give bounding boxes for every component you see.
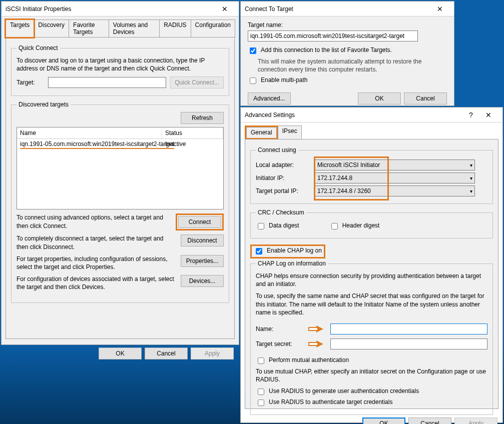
target-portal-select[interactable]: 172.17.244.8 / 3260▾ (315, 186, 475, 196)
chap-desc2: To use, specify the same name and CHAP s… (256, 292, 487, 316)
tabstrip: General IPsec (245, 126, 498, 140)
ok-button[interactable]: OK (358, 92, 401, 104)
chap-legend: CHAP Log on information (256, 260, 328, 267)
enable-chap-row: Enable CHAP log on (250, 244, 325, 258)
arrow-icon (316, 326, 323, 332)
discovered-targets-list[interactable]: Name Status iqn.1991-05.com.microsoft:wi… (17, 127, 224, 210)
close-icon[interactable]: ✕ (430, 3, 450, 15)
chap-group: CHAP Log on information CHAP helps ensur… (250, 260, 493, 415)
header-digest-label: Header digest (342, 222, 380, 229)
chap-name-input[interactable] (330, 324, 487, 334)
connect-using-legend: Connect using (256, 146, 298, 154)
ok-button[interactable]: OK (99, 348, 142, 360)
devices-button[interactable]: Devices... (181, 275, 224, 287)
mutual-desc: To use mutual CHAP, either specify an in… (256, 368, 487, 384)
cancel-button[interactable]: Cancel (404, 92, 447, 104)
quick-connect-group: Quick Connect To discover and log on to … (11, 44, 229, 96)
ok-button[interactable]: OK (362, 418, 405, 424)
local-adapter-select[interactable]: Microsoft iSCSI Initiator▾ (315, 160, 475, 170)
initiator-ip-select[interactable]: 172.17.244.8▾ (315, 172, 475, 184)
cancel-button[interactable]: Cancel (408, 418, 451, 424)
multipath-label: Enable multi-path (261, 76, 307, 84)
devices-desc: For configuration of devices associated … (17, 275, 181, 291)
row-status: Inactive (162, 139, 223, 149)
data-digest-label: Data digest (269, 222, 299, 229)
crc-legend: CRC / Checksum (256, 209, 306, 216)
chap-name-label: Name: (256, 326, 303, 332)
tab-radius[interactable]: RADIUS (159, 20, 191, 38)
advanced-button[interactable]: Advanced... (248, 92, 291, 104)
properties-desc: For target properties, including configu… (17, 255, 181, 271)
radius-generate-checkbox[interactable] (258, 388, 264, 395)
mutual-auth-checkbox[interactable] (258, 358, 264, 364)
target-portal-label: Target portal IP: (256, 188, 311, 194)
tab-favorite-targets[interactable]: Favorite Targets (69, 20, 109, 38)
properties-button[interactable]: Properties... (181, 255, 224, 267)
favorite-label: Add this connection to the list of Favor… (261, 46, 392, 54)
tab-content: Quick Connect To discover and log on to … (6, 37, 235, 339)
crc-group: CRC / Checksum Data digest Header digest (250, 209, 493, 238)
data-digest-row: Data digest (256, 222, 299, 231)
favorite-checkbox[interactable] (250, 48, 256, 54)
tab-configuration[interactable]: Configuration (191, 20, 235, 38)
enable-chap-label: Enable CHAP log on (267, 247, 322, 254)
connect-button[interactable]: Connect (178, 216, 221, 228)
cancel-button[interactable]: Cancel (145, 348, 188, 360)
quick-connect-desc: To discover and log on to a target using… (17, 56, 224, 72)
connect-to-target-dialog: Connect To Target ✕ Target name: Add thi… (240, 1, 454, 106)
radius-auth-checkbox[interactable] (258, 400, 264, 406)
chap-secret-input[interactable] (330, 338, 487, 350)
mutual-auth-label: Perform mutual authentication (269, 356, 349, 364)
target-input[interactable] (48, 77, 166, 88)
chevron-down-icon: ▾ (470, 176, 472, 181)
connect-using-group: Connect using Local adapter: Microsoft i… (250, 146, 493, 204)
radius-auth-label: Use RADIUS to authenticate target creden… (269, 398, 392, 406)
dialog-title: Advanced Settings (245, 112, 463, 118)
list-item[interactable]: iqn.1991-05.com.microsoft:win2019test-is… (17, 139, 223, 149)
header-digest-checkbox[interactable] (331, 223, 338, 230)
header-digest-row: Header digest (329, 222, 380, 231)
enable-chap-checkbox[interactable] (256, 248, 262, 254)
chevron-down-icon: ▾ (470, 162, 472, 168)
help-icon[interactable]: ? (463, 111, 478, 119)
data-digest-checkbox[interactable] (258, 223, 264, 230)
target-name-input[interactable] (248, 30, 418, 42)
advanced-settings-dialog: Advanced Settings ? ✕ General IPsec Conn… (240, 107, 503, 423)
target-label: Target: (17, 79, 44, 86)
list-header: Name Status (17, 128, 223, 139)
dialog-footer: OK Cancel Apply (2, 344, 239, 364)
discovered-legend: Discovered targets (17, 101, 71, 108)
tabstrip: Targets Discovery Favorite Targets Volum… (6, 20, 235, 38)
tab-targets[interactable]: Targets (6, 20, 34, 38)
favorite-desc: This will make the system automatically … (258, 58, 447, 74)
dialog-title: Connect To Target (245, 6, 430, 12)
chap-secret-label: Target secret: (256, 340, 303, 348)
tab-general[interactable]: General (246, 127, 277, 138)
dialog-title: iSCSI Initiator Properties (6, 6, 215, 12)
iscsi-initiator-properties-dialog: iSCSI Initiator Properties ✕ Targets Dis… (1, 1, 239, 345)
target-name-label: Target name: (248, 22, 447, 28)
quick-connect-button[interactable]: Quick Connect... (170, 76, 224, 88)
discovered-targets-group: Discovered targets Refresh Name Status i… (11, 101, 229, 302)
tab-content: Connect using Local adapter: Microsoft i… (245, 139, 498, 409)
tab-ipsec[interactable]: IPsec (278, 126, 302, 140)
multipath-checkbox[interactable] (250, 78, 256, 84)
chap-desc1: CHAP helps ensure connection security by… (256, 272, 487, 288)
refresh-button[interactable]: Refresh (181, 112, 224, 124)
titlebar: iSCSI Initiator Properties ✕ (2, 2, 239, 16)
row-name: iqn.1991-05.com.microsoft:win2019test-is… (17, 139, 162, 149)
titlebar: Advanced Settings ? ✕ (241, 108, 502, 122)
close-icon[interactable]: ✕ (215, 3, 235, 15)
apply-button[interactable]: Apply (454, 418, 497, 424)
disconnect-desc: To completely disconnect a target, selec… (17, 234, 181, 250)
tab-volumes-devices[interactable]: Volumes and Devices (109, 20, 160, 38)
chevron-down-icon: ▾ (470, 188, 472, 194)
disconnect-button[interactable]: Disconnect (181, 234, 224, 246)
quick-connect-legend: Quick Connect (17, 44, 60, 52)
col-status[interactable]: Status (162, 128, 223, 138)
apply-button[interactable]: Apply (191, 348, 234, 360)
tab-discovery[interactable]: Discovery (34, 20, 69, 38)
close-icon[interactable]: ✕ (478, 109, 498, 121)
local-adapter-label: Local adapter: (256, 162, 311, 168)
col-name[interactable]: Name (17, 128, 162, 138)
